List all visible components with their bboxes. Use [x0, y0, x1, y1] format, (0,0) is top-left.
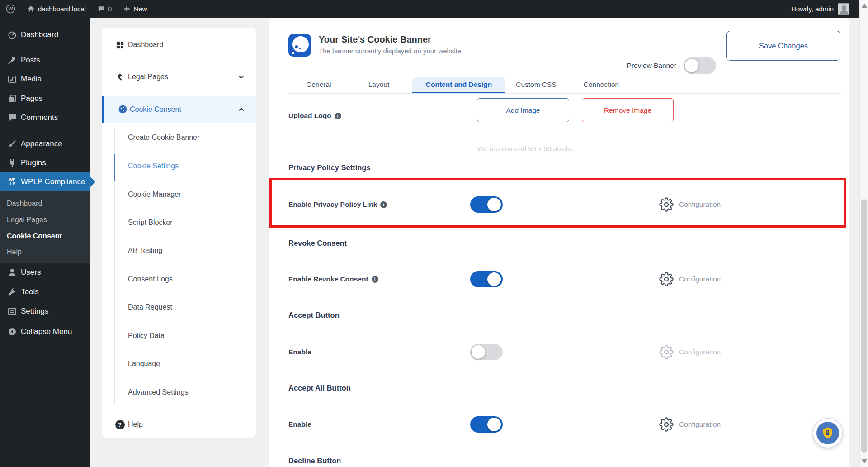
info-icon[interactable]: i	[335, 113, 341, 119]
upload-logo-hint: We recommend 50 x 50 pixels.	[477, 145, 573, 153]
site-name-menu[interactable]: dashboard.local	[21, 0, 92, 18]
sidebar-label: Tools	[21, 287, 39, 296]
active-item-bar	[114, 154, 115, 181]
upload-logo-label: Upload Logo i	[288, 112, 341, 120]
sidebar-label: WPLP Compliance	[21, 177, 85, 186]
scroll-down-arrow-icon[interactable]	[862, 459, 867, 463]
accept-all-enable-toggle[interactable]	[470, 416, 503, 433]
accept-enable-toggle[interactable]	[470, 344, 503, 360]
section-heading-decline-button: Decline Button	[288, 457, 341, 465]
sidebar-item-users[interactable]: Users	[0, 263, 90, 282]
sidebar-item-wplp-compliance[interactable]: WP:LP WPLP Compliance	[0, 172, 90, 191]
save-changes-button[interactable]: Save Changes	[726, 31, 840, 61]
scroll-up-arrow-icon[interactable]	[862, 4, 867, 8]
plugin-nav-panel: Dashboard Legal Pages Cookie Consent Cre…	[102, 28, 256, 438]
sidebar-label: Settings	[21, 307, 48, 316]
pages-icon	[7, 94, 17, 104]
cookie-icon	[118, 105, 127, 114]
divider	[288, 150, 841, 150]
sidebar-label: Collapse Menu	[21, 327, 72, 336]
remove-image-button[interactable]: Remove Image	[582, 98, 674, 122]
plugin-nav-cookie-settings[interactable]: Cookie Settings	[102, 156, 256, 176]
plug-icon	[7, 158, 17, 168]
site-name: dashboard.local	[38, 5, 86, 13]
wrench-icon	[7, 287, 17, 297]
wp-logo-menu[interactable]: W	[0, 0, 21, 18]
sidebar-item-tools[interactable]: Tools	[0, 282, 90, 301]
howdy-text[interactable]: Howdy, admin	[791, 5, 834, 13]
gavel-icon	[115, 72, 125, 82]
page-scrollbar[interactable]	[859, 0, 868, 467]
plugin-nav-ab-testing[interactable]: AB Testing	[102, 241, 256, 261]
divider	[288, 329, 841, 329]
section-heading-revoke-consent: Revoke Consent	[288, 239, 347, 248]
comment-count: 0	[108, 5, 112, 13]
plugin-nav-consent-logs[interactable]: Consent Logs	[102, 269, 256, 289]
divider	[288, 257, 841, 257]
sidebar-item-dashboard[interactable]: Dashboard	[0, 25, 90, 44]
submenu-item-legal-pages[interactable]: Legal Pages	[0, 212, 90, 228]
sidebar-item-comments[interactable]: Comments	[0, 108, 90, 127]
plugin-nav-language[interactable]: Language	[102, 354, 256, 374]
tab-content-and-design[interactable]: Content and Design	[426, 81, 492, 89]
gear-icon	[659, 197, 674, 212]
tab-layout[interactable]: Layout	[368, 81, 390, 89]
scrollbar-thumb[interactable]	[861, 199, 867, 453]
screen: W dashboard.local 0 New Howdy, admin	[0, 0, 868, 467]
wp-admin-sidebar: Dashboard Posts Media Pages Comments	[0, 18, 90, 467]
sidebar-item-settings[interactable]: Settings	[0, 302, 90, 321]
gear-icon	[659, 417, 674, 432]
revoke-consent-configuration[interactable]: Configuration	[659, 272, 721, 286]
plugin-nav-dashboard[interactable]: Dashboard	[102, 35, 256, 55]
submenu-item-cookie-consent[interactable]: Cookie Consent	[0, 228, 90, 244]
info-icon[interactable]: i	[380, 201, 387, 208]
sidebar-label: Plugins	[21, 158, 46, 167]
sidebar-item-posts[interactable]: Posts	[0, 51, 90, 70]
enable-privacy-policy-link-toggle[interactable]	[470, 196, 503, 213]
shield-lock-icon	[816, 422, 839, 444]
tab-general[interactable]: General	[306, 81, 331, 89]
plugin-nav-data-request[interactable]: Data Request	[102, 297, 256, 317]
current-menu-arrow	[90, 177, 95, 187]
enable-revoke-consent-label: Enable Revoke Consent i	[288, 275, 378, 283]
preview-banner-label: Preview Banner	[603, 62, 676, 70]
sidebar-item-media[interactable]: Media	[0, 70, 90, 89]
sidebar-item-plugins[interactable]: Plugins	[0, 153, 90, 172]
submenu-item-help[interactable]: Help	[0, 244, 90, 260]
plugin-nav-policy-data[interactable]: Policy Data	[102, 326, 256, 346]
add-image-button[interactable]: Add Image	[477, 98, 569, 122]
chevron-down-icon	[238, 75, 245, 79]
plugin-nav-advanced-settings[interactable]: Advanced Settings	[102, 382, 256, 402]
tabs-underline	[288, 93, 841, 94]
plugin-nav-cookie-manager[interactable]: Cookie Manager	[102, 185, 256, 205]
comments-menu[interactable]: 0	[92, 0, 118, 18]
collapse-icon	[7, 327, 17, 337]
avatar[interactable]	[838, 3, 849, 15]
preview-banner-toggle[interactable]	[684, 57, 716, 74]
tab-custom-css[interactable]: Custom CSS	[516, 81, 557, 89]
accept-enable-label: Enable	[288, 348, 311, 356]
plugin-nav-help[interactable]: ? Help	[102, 415, 256, 434]
plugin-nav-legal-pages[interactable]: Legal Pages	[102, 67, 256, 87]
new-menu[interactable]: New	[118, 0, 153, 18]
wordpress-icon: W	[6, 4, 15, 14]
sidebar-item-appearance[interactable]: Appearance	[0, 134, 90, 153]
sidebar-label: Media	[21, 75, 42, 84]
plugin-nav-create-cookie-banner[interactable]: Create Cookie Banner	[102, 128, 256, 148]
submenu-item-dashboard[interactable]: Dashboard	[0, 195, 90, 212]
accept-all-configuration[interactable]: Configuration	[659, 417, 721, 432]
sidebar-item-collapse-menu[interactable]: Collapse Menu	[0, 322, 90, 341]
section-heading-accept-all-button: Accept All Button	[288, 384, 351, 392]
plugin-nav-cookie-consent[interactable]: Cookie Consent	[102, 96, 256, 123]
info-icon[interactable]: i	[372, 276, 378, 283]
plugin-nav-script-blocker[interactable]: Script Blocker	[102, 213, 256, 233]
sidebar-label: Dashboard	[21, 30, 58, 39]
accept-all-enable-label: Enable	[288, 420, 311, 429]
privacy-policy-configuration[interactable]: Configuration	[659, 197, 721, 212]
sidebar-label: Comments	[21, 113, 58, 122]
tab-connection[interactable]: Connection	[584, 81, 619, 89]
accept-configuration[interactable]: Configuration	[659, 345, 721, 359]
compliance-fab-button[interactable]	[813, 418, 843, 448]
sidebar-item-pages[interactable]: Pages	[0, 89, 90, 108]
enable-revoke-consent-toggle[interactable]	[470, 271, 503, 287]
